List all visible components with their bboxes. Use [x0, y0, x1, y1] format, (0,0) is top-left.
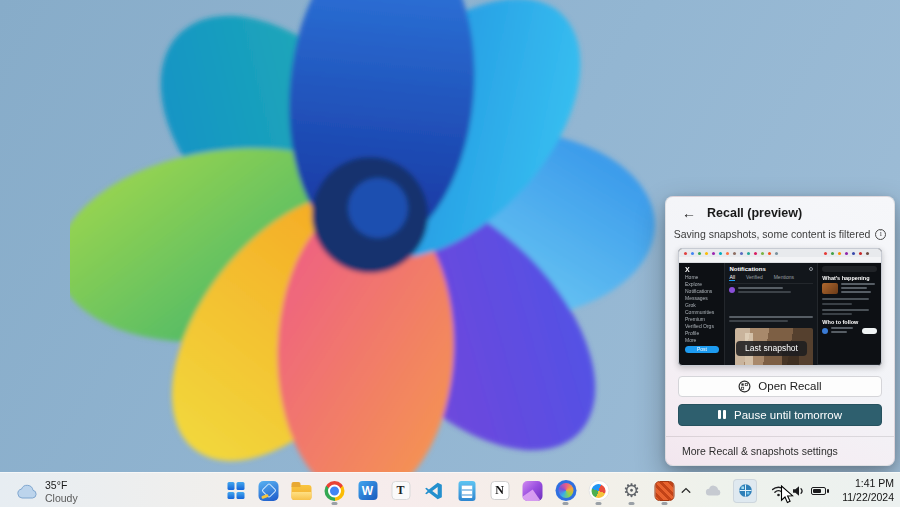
- nav-item: Grok: [685, 303, 724, 309]
- chevron-up-icon: [681, 487, 691, 494]
- clock-widget[interactable]: 1:41 PM 11/22/2024: [840, 477, 894, 503]
- last-snapshot-label: Last snapshot: [736, 341, 807, 356]
- taskbar-app-word[interactable]: W: [355, 476, 381, 506]
- pause-icon: [718, 410, 726, 419]
- trend-lines: [822, 298, 877, 315]
- tab-mentions: Mentions: [774, 274, 794, 281]
- snapshot-sidebar-nav: Home Explore Notifications Messages Grok…: [685, 275, 724, 344]
- nav-item: Premium: [685, 317, 724, 323]
- nav-item: Explore: [685, 282, 724, 288]
- weather-widget[interactable]: 35°F Cloudy: [10, 477, 84, 506]
- wallpaper-bloom: [70, 0, 670, 507]
- taskbar-app-file-explorer[interactable]: [289, 476, 315, 506]
- taskbar-app-vscode[interactable]: [421, 476, 447, 506]
- cloud-icon: [16, 484, 38, 499]
- taskbar-app-notion[interactable]: N: [487, 476, 513, 506]
- taskbar-app-notepad[interactable]: [454, 476, 480, 506]
- recall-tray-icon-button[interactable]: [733, 479, 757, 503]
- taskbar-app-letter-t[interactable]: T: [388, 476, 414, 506]
- recall-title: Recall (preview): [707, 206, 802, 220]
- nav-item: Profile: [685, 331, 724, 337]
- start-button[interactable]: [223, 476, 249, 506]
- search-pill: [822, 266, 877, 272]
- recall-tray-icon: [738, 483, 753, 498]
- x-logo-icon: X: [685, 266, 724, 273]
- volume-icon: [792, 485, 805, 497]
- nav-item: Messages: [685, 296, 724, 302]
- onedrive-cloud-icon: [705, 485, 722, 496]
- onedrive-tray-icon-button[interactable]: [702, 479, 725, 503]
- trend-image: [822, 283, 838, 294]
- tab-verified: Verified: [746, 274, 763, 281]
- taskbar-app-row: W T N ⚙: [223, 473, 678, 507]
- copilot-icon: [555, 480, 576, 501]
- taskbar-app-settings[interactable]: ⚙: [619, 476, 645, 506]
- taskbar-app-chrome[interactable]: [322, 476, 348, 506]
- snapshot-trends-column: What's happening Who to follow Messages: [818, 263, 881, 366]
- windows-logo-icon: [227, 482, 244, 499]
- nav-item: Notifications: [685, 289, 724, 295]
- notepad-icon: [458, 481, 475, 501]
- folder-icon: [292, 485, 312, 500]
- open-recall-label: Open Recall: [758, 380, 821, 392]
- snapshot-sidebar: X Home Explore Notifications Messages Gr…: [679, 263, 725, 366]
- follow-button: [862, 328, 877, 334]
- nav-item: Home: [685, 275, 724, 281]
- recall-header: ← Recall (preview): [666, 197, 894, 222]
- taskbar-app-copilot[interactable]: [553, 476, 579, 506]
- taskbar-app-blue-arrows[interactable]: [256, 476, 282, 506]
- notifications-title: Notifications: [729, 266, 765, 272]
- taskbar-app-orange-stripes[interactable]: [652, 476, 678, 506]
- nav-item: Communities: [685, 310, 724, 316]
- chrome-icon: [325, 481, 345, 501]
- whats-happening-title: What's happening: [822, 275, 877, 281]
- more-recall-settings-link[interactable]: More Recall & snapshots settings: [666, 437, 894, 465]
- notion-icon: N: [490, 481, 509, 500]
- tab-all: All: [729, 274, 735, 281]
- notification-row: [729, 316, 813, 324]
- messages-bar: Messages: [818, 364, 881, 366]
- recall-logo-icon: [738, 380, 751, 393]
- nav-item: Verified Orgs: [685, 324, 724, 330]
- post-button: Post: [685, 346, 719, 353]
- settings-gear-icon: [809, 267, 813, 271]
- hidden-icons-chevron[interactable]: [678, 479, 694, 503]
- clock-time: 1:41 PM: [842, 477, 894, 490]
- weather-temp: 35°F: [45, 479, 78, 492]
- last-snapshot-thumbnail[interactable]: X Home Explore Notifications Messages Gr…: [678, 248, 882, 366]
- taskbar-app-purple-media[interactable]: [520, 476, 546, 506]
- letter-t-app-icon: T: [391, 481, 410, 500]
- orange-stripes-app-icon: [655, 481, 675, 501]
- trend-item: [822, 283, 877, 295]
- recall-status-text: Saving snapshots, some content is filter…: [674, 228, 871, 240]
- photos-pinwheel-icon: [588, 480, 609, 501]
- settings-gear-icon: ⚙: [623, 481, 640, 500]
- network-volume-battery-group[interactable]: [765, 481, 832, 501]
- recall-status-row: Saving snapshots, some content is filter…: [666, 228, 894, 240]
- taskbar-app-photos[interactable]: [586, 476, 612, 506]
- purple-media-app-icon: [523, 481, 543, 501]
- nav-item: More: [685, 338, 724, 344]
- clock-date: 11/22/2024: [842, 491, 894, 504]
- taskbar: 35°F Cloudy W T N ⚙: [0, 472, 900, 507]
- follow-row: [822, 327, 877, 335]
- back-arrow-icon[interactable]: ←: [682, 206, 696, 220]
- open-recall-button[interactable]: Open Recall: [678, 376, 882, 397]
- who-to-follow-title: Who to follow: [822, 319, 877, 325]
- pause-label: Pause until tomorrow: [734, 409, 842, 421]
- recall-flyout: ← Recall (preview) Saving snapshots, som…: [665, 196, 895, 466]
- desktop: ← Recall (preview) Saving snapshots, som…: [0, 0, 900, 507]
- info-icon[interactable]: i: [875, 229, 886, 240]
- browser-tab-strip: [679, 249, 881, 257]
- notification-row: [729, 287, 813, 295]
- mouse-cursor: [780, 485, 794, 504]
- pause-until-tomorrow-button[interactable]: Pause until tomorrow: [678, 404, 882, 427]
- weather-condition: Cloudy: [45, 492, 78, 505]
- word-icon: W: [358, 481, 377, 500]
- battery-icon: [811, 487, 826, 495]
- tab-favicon-dots: [684, 252, 687, 255]
- vscode-icon: [424, 481, 444, 501]
- notifications-tabs: All Verified Mentions: [729, 274, 813, 284]
- blue-arrows-app-icon: [259, 481, 279, 501]
